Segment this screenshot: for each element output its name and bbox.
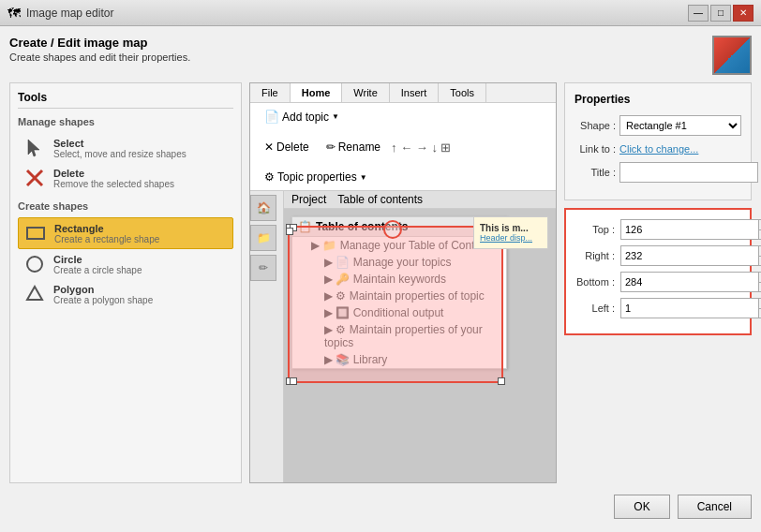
- link-row: Link to : Click to change...: [574, 143, 741, 155]
- tools-panel: Tools Manage shapes Select Select, move …: [9, 82, 242, 483]
- right-input-wrap: ▲ ▼: [620, 245, 761, 266]
- topic-properties-label: Topic properties: [277, 170, 357, 184]
- rectangle-name: Rectangle: [54, 223, 159, 234]
- selection-rectangle: [288, 226, 503, 383]
- ok-button[interactable]: OK: [614, 495, 669, 519]
- minimize-button[interactable]: —: [688, 5, 709, 22]
- titlebar-controls: — □ ✕: [688, 5, 754, 22]
- top-label: Top :: [575, 224, 620, 235]
- rectangle-tool[interactable]: Rectangle Create a rectangle shape: [18, 217, 233, 249]
- delete-ribbon-button[interactable]: ✕ Delete: [258, 138, 316, 156]
- canvas-tabs: File Home Write Insert Tools: [250, 83, 556, 103]
- top-input[interactable]: [621, 220, 758, 239]
- canvas-inner: 🏠 📁 ✏ Project Table of contents: [250, 191, 556, 483]
- polygon-name: Polygon: [53, 284, 153, 295]
- select-name: Select: [53, 138, 187, 149]
- maximize-button[interactable]: □: [710, 5, 731, 22]
- tab-file[interactable]: File: [250, 83, 291, 102]
- sidebar-icon-2[interactable]: 📁: [250, 225, 276, 251]
- main-container: Create / Edit image map Create shapes an…: [0, 26, 761, 532]
- rename-label: Rename: [338, 140, 380, 154]
- rename-button[interactable]: ✏ Rename: [320, 138, 387, 156]
- link-value[interactable]: Click to change...: [619, 143, 698, 155]
- properties-title: Properties: [574, 93, 741, 106]
- delete-ribbon-label: Delete: [276, 140, 309, 154]
- handle-br[interactable]: [498, 377, 505, 385]
- svg-marker-3: [27, 287, 42, 300]
- circle-icon: [23, 253, 46, 275]
- rename-icon: ✏: [326, 140, 336, 154]
- circle-tool[interactable]: Circle Create a circle shape: [18, 249, 233, 279]
- select-tool[interactable]: Select Select, move and resize shapes: [18, 133, 233, 163]
- left-input[interactable]: [621, 299, 758, 318]
- bottom-label: Bottom :: [575, 276, 620, 288]
- rectangle-tool-text: Rectangle Create a rectangle shape: [54, 223, 159, 244]
- polygon-tool-text: Polygon Create a polygon shape: [53, 284, 153, 305]
- ribbon-group-1: 📄 Add topic ▼: [258, 107, 346, 126]
- polygon-icon: [23, 283, 46, 305]
- left-row: Left : ▲ ▼: [575, 298, 740, 318]
- tab-insert[interactable]: Insert: [390, 83, 440, 102]
- topic-props-dropdown-icon: ▼: [360, 173, 367, 182]
- delete-tool-text: Delete Remove the selected shapes: [53, 168, 174, 189]
- tab-tools[interactable]: Tools: [439, 83, 486, 102]
- bottom-input[interactable]: [621, 273, 758, 291]
- nav-bar: Project Table of contents: [284, 191, 556, 209]
- cursor-icon: [23, 137, 46, 159]
- nav-project[interactable]: Project: [291, 193, 326, 206]
- sidebar-icon-3[interactable]: ✏: [250, 255, 276, 281]
- tab-home[interactable]: Home: [291, 83, 343, 102]
- topic-properties-button[interactable]: ⚙ Topic properties ▼: [258, 168, 374, 186]
- nav-toc[interactable]: Table of contents: [337, 193, 423, 206]
- manage-shapes-title: Manage shapes: [18, 116, 233, 127]
- select-desc: Select, move and resize shapes: [53, 149, 187, 159]
- tools-panel-title: Tools: [18, 91, 233, 109]
- delete-tool[interactable]: Delete Remove the selected shapes: [18, 163, 233, 193]
- title-input[interactable]: [619, 162, 758, 183]
- top-input-wrap: ▲ ▼: [620, 219, 761, 240]
- header: Create / Edit image map Create shapes an…: [9, 36, 752, 75]
- bottom-row: Bottom : ▲ ▼: [575, 272, 740, 292]
- properties-box: Properties Shape : Rectangle #1 Link to …: [564, 82, 752, 200]
- right-row: Right : ▲ ▼: [575, 245, 740, 266]
- ribbon-group-3: ⚙ Topic properties ▼: [258, 168, 374, 186]
- titlebar: 🗺 Image map editor — □ ✕: [0, 0, 761, 26]
- rectangle-desc: Create a rectangle shape: [54, 234, 159, 244]
- titlebar-left: 🗺 Image map editor: [7, 6, 113, 21]
- ribbon-arrows: ↑ ← → ↓ ⊞: [391, 140, 451, 155]
- delete-ribbon-icon: ✕: [264, 140, 274, 154]
- handle-bm[interactable]: [290, 377, 297, 385]
- add-topic-dropdown-icon: ▼: [332, 112, 339, 121]
- circle-desc: Create a circle shape: [53, 265, 142, 275]
- header-title: Create / Edit image map: [9, 36, 190, 50]
- shape-select[interactable]: Rectangle #1: [619, 115, 741, 136]
- left-input-wrap: ▲ ▼: [620, 298, 761, 318]
- preview-subtitle: Header disp...: [480, 233, 542, 243]
- preview-title: This is m...: [480, 223, 542, 233]
- circle-marker: [383, 220, 402, 239]
- ribbon: 📄 Add topic ▼ ✕ Delete ✏ Rename ↑ ← → ↓ …: [250, 103, 556, 191]
- polygon-tool[interactable]: Polygon Create a polygon shape: [18, 279, 233, 309]
- top-row: Top : ▲ ▼: [575, 219, 740, 240]
- svg-marker-0: [28, 140, 39, 156]
- right-input[interactable]: [621, 246, 758, 265]
- topic-props-icon: ⚙: [264, 170, 275, 184]
- circle-tool-text: Circle Create a circle shape: [53, 254, 142, 275]
- close-button[interactable]: ✕: [733, 5, 754, 22]
- sidebar-icon-1[interactable]: 🏠: [250, 195, 276, 221]
- bottom-input-wrap: ▲ ▼: [620, 272, 761, 292]
- content-area: Tools Manage shapes Select Select, move …: [9, 82, 752, 483]
- ribbon-group-2: ✕ Delete ✏ Rename ↑ ← → ↓ ⊞: [258, 138, 452, 156]
- right-content-preview: This is m... Header disp...: [473, 216, 548, 249]
- handle-ml[interactable]: [286, 228, 293, 235]
- delete-icon: [23, 167, 46, 189]
- header-subtitle: Create shapes and edit their properties.: [9, 52, 190, 63]
- rectangle-icon: [24, 222, 47, 244]
- add-topic-button[interactable]: 📄 Add topic ▼: [258, 107, 346, 126]
- title-row: Title :: [574, 162, 741, 183]
- circle-name: Circle: [53, 254, 142, 265]
- add-topic-label: Add topic: [282, 111, 329, 124]
- canvas-main: 📋 Table of contents 📌 ▶ 📁 Manage your Ta…: [284, 209, 556, 483]
- cancel-button[interactable]: Cancel: [678, 495, 752, 519]
- tab-write[interactable]: Write: [342, 83, 389, 102]
